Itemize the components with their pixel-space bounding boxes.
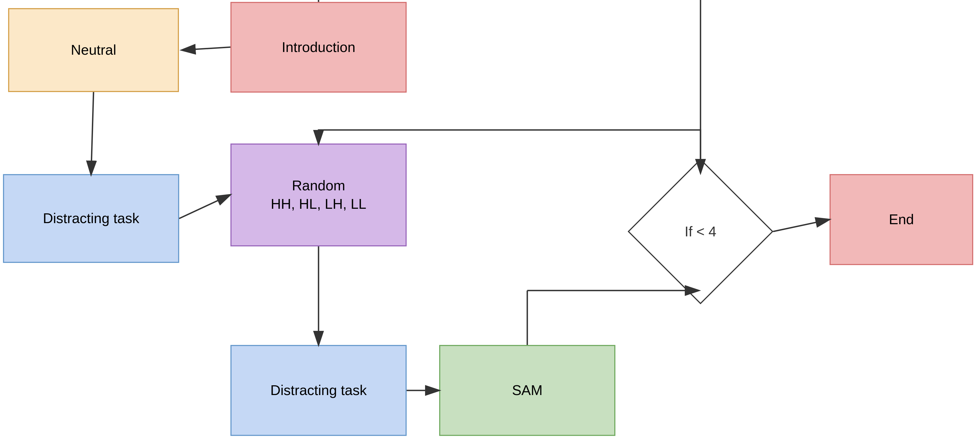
box-end: End (830, 174, 973, 265)
diamond-label: If < 4 (684, 223, 716, 240)
box-distracting-bottom: Distracting task (231, 345, 407, 436)
distracting-bottom-label: Distracting task (270, 381, 366, 400)
diamond-if: If < 4 (628, 173, 773, 291)
svg-line-1 (182, 47, 231, 50)
box-distracting-top: Distracting task (3, 174, 179, 263)
random-label: RandomHH, HL, LH, LL (271, 177, 366, 213)
box-introduction: Introduction (231, 2, 407, 93)
box-sam: SAM (439, 345, 616, 436)
flowchart: Neutral Introduction Distracting task Ra… (0, 0, 980, 437)
neutral-label: Neutral (71, 41, 116, 59)
svg-line-3 (179, 195, 230, 218)
introduction-label: Introduction (282, 38, 355, 57)
svg-line-2 (91, 92, 94, 174)
svg-line-8 (773, 220, 829, 231)
box-random: RandomHH, HL, LH, LL (231, 144, 407, 246)
end-label: End (889, 211, 914, 229)
box-neutral: Neutral (8, 8, 179, 92)
sam-label: SAM (512, 381, 543, 400)
distracting-top-label: Distracting task (43, 209, 139, 228)
